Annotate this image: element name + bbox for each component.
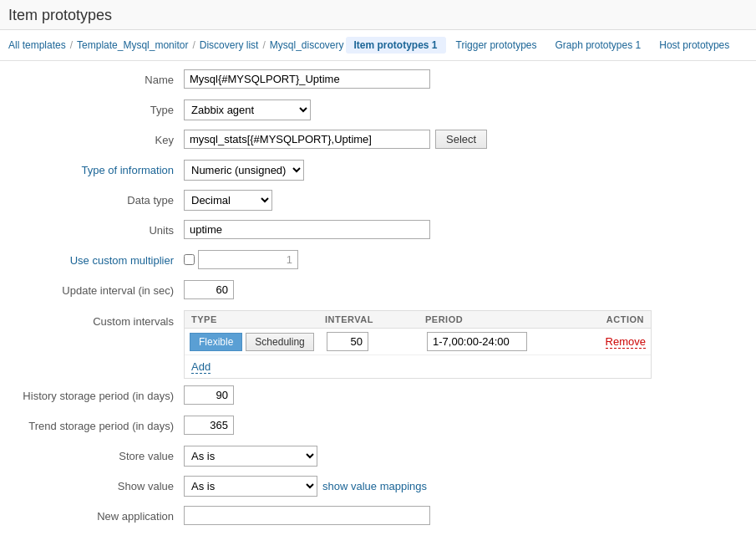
trend-row: Trend storage period (in days) [0, 416, 756, 439]
tab-item-prototypes[interactable]: Item prototypes 1 [346, 37, 446, 54]
trend-control [184, 416, 756, 435]
type-row: Type Zabbix agentZabbix agent (active)SN… [0, 99, 756, 123]
new-application-label: New application [0, 506, 184, 523]
trend-input[interactable] [184, 416, 234, 435]
sep2: / [192, 39, 195, 51]
select-button[interactable]: Select [435, 130, 487, 149]
data-type-control: DecimalOctalHexadecimalBoolean [184, 190, 756, 211]
multiplier-row: Use custom multiplier [0, 250, 756, 273]
type-of-info-row: Type of information Numeric (unsigned)Nu… [0, 160, 756, 183]
col-action-header: ACTION [561, 311, 651, 328]
units-label: Units [0, 220, 184, 237]
add-link[interactable]: Add [191, 360, 211, 374]
action-cell: Remove [566, 335, 646, 348]
store-value-row: Store value As isDelta (speed per second… [0, 446, 756, 469]
tab-trigger-prototypes[interactable]: Trigger prototypes [448, 37, 545, 54]
remove-link[interactable]: Remove [606, 335, 646, 349]
show-value-control: As is show value mappings [184, 476, 756, 497]
show-value-label: Show value [0, 476, 184, 492]
history-row: History storage period (in days) [0, 385, 756, 409]
new-application-input[interactable] [184, 506, 430, 525]
type-of-info-select[interactable]: Numeric (unsigned)Numeric (float)Charact… [184, 160, 304, 181]
intervals-header: TYPE INTERVAL PERIOD ACTION [185, 311, 651, 329]
name-control [184, 69, 756, 89]
key-input[interactable] [184, 130, 430, 149]
update-interval-label: Update interval (in sec) [0, 280, 184, 297]
custom-intervals-row: Custom intervals TYPE INTERVAL PERIOD AC… [0, 310, 756, 379]
multiplier-wrapper [184, 250, 298, 269]
col-period-header: PERIOD [419, 311, 561, 328]
period-input[interactable] [427, 332, 527, 351]
tab-graph-prototypes[interactable]: Graph prototypes 1 [546, 37, 649, 54]
units-row: Units [0, 220, 756, 243]
period-cell [424, 332, 566, 351]
show-value-row: Show value As is show value mappings [0, 476, 756, 499]
data-type-row: Data type DecimalOctalHexadecimalBoolean [0, 190, 756, 213]
units-input[interactable] [184, 220, 430, 239]
trend-label: Trend storage period (in days) [0, 416, 184, 432]
new-application-control [184, 506, 756, 525]
page-title: Item prototypes [8, 7, 748, 24]
page-header: Item prototypes [0, 0, 756, 30]
key-label: Key [0, 130, 184, 146]
update-interval-control [184, 280, 756, 299]
type-of-info-label: Type of information [0, 160, 184, 176]
custom-intervals-label: Custom intervals [0, 310, 184, 328]
history-control [184, 385, 756, 405]
type-of-info-control: Numeric (unsigned)Numeric (float)Charact… [184, 160, 756, 181]
interval-cell [323, 332, 424, 351]
form-container: Name Type Zabbix agentZabbix agent (acti… [0, 61, 756, 533]
name-row: Name [0, 69, 756, 93]
store-value-control: As isDelta (speed per second)Delta (simp… [184, 446, 756, 467]
sep1: / [70, 39, 73, 51]
type-control: Zabbix agentZabbix agent (active)SNMP v1… [184, 99, 756, 120]
breadcrumb: All templates / Template_Mysql_monitor /… [0, 30, 756, 61]
breadcrumb-mysql-discovery[interactable]: Mysql_discovery [270, 39, 344, 51]
units-control [184, 220, 756, 239]
sep3: / [262, 39, 265, 51]
interval-row-1: Flexible Scheduling Remove [185, 329, 651, 355]
update-interval-row: Update interval (in sec) [0, 280, 756, 304]
tab-host-prototypes[interactable]: Host prototypes [651, 37, 738, 54]
flexible-button[interactable]: Flexible [190, 333, 242, 351]
store-value-label: Store value [0, 446, 184, 462]
multiplier-label: Use custom multiplier [0, 250, 184, 267]
breadcrumb-all-templates[interactable]: All templates [8, 39, 66, 51]
multiplier-checkbox[interactable] [184, 254, 195, 265]
interval-input[interactable] [327, 332, 368, 351]
scheduling-button[interactable]: Scheduling [246, 333, 313, 351]
key-control: Select [184, 130, 756, 149]
type-label: Type [0, 99, 184, 116]
col-type-header: TYPE [185, 311, 318, 328]
new-application-row: New application [0, 506, 756, 529]
multiplier-input[interactable] [198, 250, 298, 269]
breadcrumb-discovery-list[interactable]: Discovery list [200, 39, 259, 51]
history-label: History storage period (in days) [0, 385, 184, 402]
name-input[interactable] [184, 69, 430, 89]
breadcrumb-template-name[interactable]: Template_Mysql_monitor [77, 39, 188, 51]
update-interval-input[interactable] [184, 280, 234, 299]
key-row: Key Select [0, 130, 756, 153]
type-buttons: Flexible Scheduling [190, 333, 323, 351]
custom-intervals-control: TYPE INTERVAL PERIOD ACTION Flexible Sch… [184, 310, 756, 379]
add-row: Add [185, 355, 651, 378]
intervals-table: TYPE INTERVAL PERIOD ACTION Flexible Sch… [184, 310, 652, 379]
col-interval-header: INTERVAL [318, 311, 419, 328]
data-type-select[interactable]: DecimalOctalHexadecimalBoolean [184, 190, 272, 211]
type-select[interactable]: Zabbix agentZabbix agent (active)SNMP v1… [184, 99, 311, 120]
history-input[interactable] [184, 385, 234, 405]
multiplier-control [184, 250, 756, 269]
store-value-select[interactable]: As isDelta (speed per second)Delta (simp… [184, 446, 317, 467]
data-type-label: Data type [0, 190, 184, 207]
name-label: Name [0, 69, 184, 86]
show-mappings-link[interactable]: show value mappings [322, 480, 427, 492]
show-value-select[interactable]: As is [184, 476, 317, 497]
